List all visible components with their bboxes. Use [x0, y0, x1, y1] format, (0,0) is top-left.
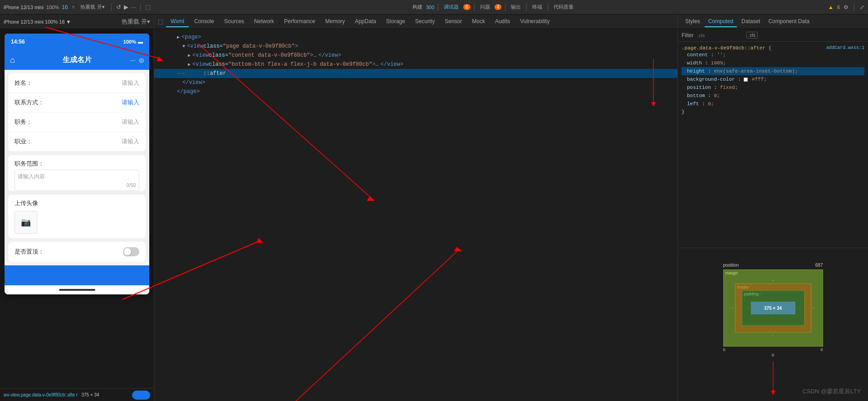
size-info: 375 × 34 [81, 392, 99, 397]
main-area: iPhone 12/13 mini 100% 16 ▼ 热重载 开▾ 14:56… [0, 15, 868, 401]
tab-sources[interactable]: Sources [220, 16, 249, 27]
tab-wxml[interactable]: Wxml [166, 16, 189, 27]
build-number: 16 [62, 4, 68, 10]
occupation-input[interactable]: 请输入 [122, 137, 139, 146]
warning-count: 6 [837, 5, 840, 10]
scale-display: 100% [46, 5, 59, 10]
camera-icon: 📷 [21, 217, 31, 227]
code-panel: ⬚ Wxml Console Sources Network Performan… [154, 15, 677, 401]
upload-box[interactable]: 📷 [15, 211, 37, 234]
right-val: 0 [820, 347, 823, 352]
form-textarea-card: 职务范围： 请输入内容 0/50 [8, 155, 146, 191]
css-selector: .page.data-v-0e9f80cb::after { addCard.w… [682, 45, 771, 51]
cls-button[interactable]: .cls [746, 32, 758, 39]
top-toolbar: iPhone 12/13 mini 100% 16 ▼ 热重载 开▾ ↺ ▶ ·… [0, 0, 868, 15]
padding-top-val: - [748, 296, 799, 301]
tab-memory[interactable]: Memory [321, 16, 349, 27]
textarea-placeholder: 请输入内容 [18, 173, 136, 181]
nav-icon[interactable]: ⬚ [145, 4, 151, 10]
tab-vulnerability[interactable]: Vulnerability [515, 16, 554, 27]
terminal-tab[interactable]: 终端 [530, 3, 544, 11]
margin-bottom-val: - [732, 333, 814, 338]
position-label: 职务： [15, 118, 32, 126]
run-icon[interactable]: ▶ [124, 4, 128, 10]
styles-tab-styles[interactable]: Styles [682, 16, 704, 27]
tab-console[interactable]: Console [190, 16, 219, 27]
code-line-1: ▶ <page> [154, 33, 677, 42]
build-tab[interactable]: 构建 [411, 3, 424, 11]
margin-label: margin [726, 271, 738, 275]
padding-mid-row: - 375 × 34 - [748, 302, 799, 314]
home-bar [59, 289, 95, 291]
divider-right [854, 4, 854, 11]
build-count: 300 [426, 5, 434, 10]
position-input[interactable]: 请输入 [122, 118, 139, 126]
form-card: 姓名： 请输入 联系方式： 请输入 职务： 请输入 职业： [8, 73, 146, 152]
phone-screen-wrapper: 14:56 100% ▬ ⌂ 生成名片 ··· ◎ [0, 29, 154, 388]
padding-right-val: - [797, 306, 799, 310]
css-prop-bg: background-color : #fff; [682, 75, 864, 83]
tab-security[interactable]: Security [411, 16, 439, 27]
contact-input[interactable]: 请输入 [122, 98, 139, 107]
code-quality-tab[interactable]: 代码质量 [552, 3, 575, 11]
code-line-4: ▶ <view class= "bottom-btn flex-a flex-j… [154, 60, 677, 69]
form-textarea-wrapper[interactable]: 请输入内容 0/50 [15, 170, 139, 191]
styles-tab-component[interactable]: Component Data [765, 16, 813, 27]
refresh-icon[interactable]: ↺ [116, 4, 121, 10]
tab-storage[interactable]: Storage [382, 16, 410, 27]
css-source[interactable]: addCard.wxss:1 [826, 45, 864, 50]
output-tab[interactable]: 输出 [509, 3, 523, 11]
debug-count: 6 [463, 4, 471, 10]
filter-input[interactable] [697, 33, 743, 38]
css-closing-brace: } [682, 108, 864, 116]
bottom-btn-indicator [132, 391, 150, 400]
padding-left-val: - [748, 306, 749, 310]
tab-divider4 [526, 4, 527, 11]
device-label: iPhone 12/13 mini 100% 16 ▼ [4, 19, 71, 24]
tab-divider5 [548, 4, 548, 11]
tab-appdata[interactable]: AppData [350, 16, 381, 27]
textarea-count: 0/50 [18, 182, 136, 188]
expand-icon[interactable]: ⤢ [860, 4, 864, 10]
tab-sensor[interactable]: Sensor [440, 16, 466, 27]
styles-tab-computed[interactable]: Computed [705, 16, 737, 27]
tab-network[interactable]: Network [250, 16, 279, 27]
issues-count: 4 [495, 4, 502, 10]
toggle-switch[interactable] [123, 247, 139, 256]
devtools-navigate-icon[interactable]: ⬚ [158, 18, 163, 25]
upload-section: 上传头像 📷 [8, 195, 146, 238]
more-icon[interactable]: ··· [131, 4, 136, 10]
hot-reload-btn[interactable]: 热重载 开▾ [78, 3, 106, 11]
nav-settings-icon[interactable]: ◎ [139, 57, 144, 64]
phone-status-bottom: wx-view.page.data-v-0e9f80cb::afte r 375… [0, 388, 154, 401]
tab-performance[interactable]: Performance [280, 16, 320, 27]
issues-tab[interactable]: 问题 [478, 3, 492, 11]
tab-audits[interactable]: Audits [490, 16, 515, 27]
device-selector[interactable]: iPhone 12/13 mini [4, 5, 44, 10]
debug-tab[interactable]: 调试器 [442, 3, 461, 11]
toggle-label: 是否置顶： [15, 248, 44, 256]
padding-label: padding - [744, 292, 761, 296]
position-row: position 687 [723, 263, 823, 268]
tab-mock[interactable]: Mock [467, 16, 490, 27]
padding-box: padding - - - 375 × 34 [742, 290, 804, 326]
battery-icon: ▬ [138, 39, 143, 44]
margin-box: margin - - border padding - - [723, 269, 823, 347]
tab-divider2 [474, 4, 475, 11]
css-prop-width: width : 100%; [682, 59, 864, 67]
nav-title: 生成名片 [63, 55, 92, 65]
content-box: 375 × 34 [751, 302, 795, 314]
styles-tab-dataset[interactable]: Dataset [738, 16, 764, 27]
name-input[interactable]: 请输入 [122, 79, 139, 87]
hot-reload-icon[interactable]: 热重载 开▾ [122, 18, 150, 26]
right-panel: Styles Computed Dataset Component Data F… [677, 15, 868, 401]
nav-home-icon[interactable]: ⌂ [10, 55, 15, 65]
settings-icon[interactable]: ⚙ [843, 4, 848, 10]
styles-toolbar: Filter .cls [678, 29, 868, 42]
styles-tabs: Styles Computed Dataset Component Data [678, 15, 868, 29]
code-line-2: ▼ <view class= "page data-v-0e9f80cb" > [154, 42, 677, 51]
css-prop-bottom: bottom : 0; [682, 92, 864, 100]
code-editor[interactable]: ▶ <page> ▼ <view class= "page data-v-0e9… [154, 29, 677, 401]
nav-dots-icon[interactable]: ··· [130, 57, 135, 64]
devtools-tabs: ⬚ Wxml Console Sources Network Performan… [154, 15, 677, 29]
